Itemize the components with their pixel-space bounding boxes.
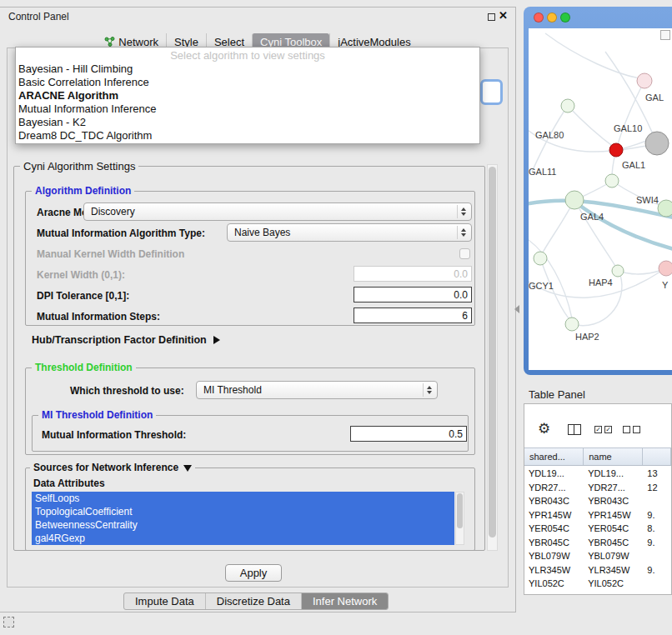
- manual-kernel-checkbox[interactable]: [459, 248, 470, 259]
- collapse-arrow-icon[interactable]: [183, 465, 192, 472]
- cell-shared-name: YBR043C: [524, 494, 584, 508]
- node-label: GAL10: [614, 123, 642, 133]
- gear-icon[interactable]: ⚙: [538, 422, 550, 436]
- mi-steps-field[interactable]: [354, 308, 472, 323]
- apply-button[interactable]: Apply: [225, 564, 282, 582]
- settings-scrollbar[interactable]: [487, 164, 498, 551]
- list-item-gal4rgexp[interactable]: gal4RGexp: [32, 532, 454, 545]
- settings-scrollbar-thumb[interactable]: [489, 167, 496, 538]
- minimized-panel-icon[interactable]: [3, 617, 14, 628]
- network-node-selected-red[interactable]: [609, 143, 623, 157]
- which-threshold-combo[interactable]: MI Threshold: [196, 381, 438, 399]
- splitter-collapse-arrow[interactable]: [514, 305, 519, 313]
- unchecked-box-icon: [633, 426, 640, 433]
- mi-type-label: Mutual Information Algorithm Type:: [37, 228, 205, 239]
- attribute-list-scrollbar-thumb[interactable]: [457, 493, 463, 528]
- table-row[interactable]: YDR27... YDR27... 12: [524, 481, 671, 495]
- manual-kernel-label: Manual Kernel Width Definition: [37, 248, 184, 260]
- aracne-mode-combo[interactable]: Discovery: [83, 202, 472, 221]
- network-node[interactable]: [565, 191, 584, 209]
- menu-item-bayesian-k2[interactable]: Bayesian - K2: [16, 116, 479, 129]
- table-row[interactable]: YDL19... YDL19... 13: [524, 467, 671, 481]
- network-node[interactable]: [637, 73, 652, 88]
- node-label: Y: [662, 280, 669, 290]
- list-item-betweennesscentrality[interactable]: BetweennessCentrality: [32, 518, 454, 532]
- mi-threshold-field[interactable]: [350, 426, 467, 442]
- column-header-shared-name[interactable]: shared...: [524, 448, 584, 465]
- combo-arrows-icon: [457, 226, 469, 239]
- menu-item-bayesian-hill-climbing[interactable]: Bayesian - Hill Climbing: [16, 62, 479, 76]
- sources-toggle[interactable]: Sources for Network Inference: [30, 462, 195, 473]
- kernel-width-field[interactable]: [354, 266, 472, 282]
- network-node[interactable]: [658, 200, 672, 217]
- network-node[interactable]: [561, 99, 574, 112]
- attribute-list: SelfLoops TopologicalCoefficient Between…: [32, 492, 454, 545]
- algorithm-dropdown-popup: Select algorithm to view settings Bayesi…: [15, 47, 480, 144]
- network-node[interactable]: [605, 174, 619, 188]
- cell-shared-name: YBR045C: [524, 536, 584, 550]
- close-traffic-light[interactable]: [534, 12, 544, 22]
- minimize-traffic-light[interactable]: [547, 12, 557, 22]
- network-node[interactable]: [612, 265, 624, 277]
- list-item-selfloops[interactable]: SelfLoops: [32, 492, 454, 505]
- hub-section-toggle[interactable]: Hub/Transcription Factor Definition: [32, 334, 220, 346]
- table-row[interactable]: YBL079W YBL079W: [524, 549, 671, 563]
- cell-value: 13: [643, 467, 671, 481]
- float-panel-icon[interactable]: [488, 13, 495, 21]
- cell-name: YIL052C: [584, 577, 643, 591]
- columns-icon[interactable]: [568, 424, 581, 435]
- deselect-all-columns-icon[interactable]: [623, 426, 640, 433]
- network-canvas[interactable]: GAL GAL80 GAL10 GAL11 GAL1 SWI4 GAL4 GCY…: [529, 28, 672, 370]
- tab-impute-data[interactable]: Impute Data: [124, 593, 205, 609]
- network-node[interactable]: [645, 132, 669, 155]
- cell-shared-name: YIL052C: [524, 577, 584, 591]
- table-row[interactable]: YIL052C YIL052C: [524, 577, 671, 591]
- menu-item-mutual-information[interactable]: Mutual Information Inference: [16, 102, 479, 116]
- algorithm-definition-title: Algorithm Definition: [32, 185, 134, 197]
- node-label: GCY1: [529, 281, 554, 291]
- table-panel-window: ⚙ ✓ ✓ shared... name YDL19... YDL19... 1…: [524, 403, 672, 595]
- network-node[interactable]: [565, 318, 579, 331]
- network-graph[interactable]: GAL GAL80 GAL10 GAL11 GAL1 SWI4 GAL4 GCY…: [529, 28, 672, 370]
- cell-shared-name: YPR145W: [524, 508, 584, 522]
- table-row[interactable]: YBR043C YBR043C: [524, 494, 671, 508]
- expand-arrow-icon[interactable]: [213, 336, 220, 344]
- menu-item-dream8[interactable]: Dream8 DC_TDC Algorithm: [16, 129, 479, 142]
- zoom-traffic-light[interactable]: [560, 12, 570, 22]
- column-header-name[interactable]: name: [584, 448, 643, 465]
- control-panel-window: Control Panel ✕ Network Style Select Cyn…: [0, 7, 516, 612]
- checked-box-icon: ✓: [604, 426, 612, 433]
- table-row[interactable]: YPR145W YPR145W 9.: [524, 508, 671, 522]
- node-label: HAP2: [575, 332, 599, 342]
- list-item-topologicalcoefficient[interactable]: TopologicalCoefficient: [32, 505, 454, 518]
- mi-type-value: Naive Bayes: [234, 227, 290, 238]
- node-label: GAL80: [535, 130, 564, 140]
- menu-item-basic-correlation[interactable]: Basic Correlation Inference: [16, 76, 479, 89]
- cell-value: [643, 494, 671, 508]
- tab-infer-network[interactable]: Infer Network: [301, 593, 388, 609]
- node-label: SWI4: [636, 195, 659, 205]
- checked-box-icon: ✓: [594, 426, 602, 433]
- cell-value: 9.: [643, 563, 671, 578]
- table-row[interactable]: YLR345W YLR345W 9.: [524, 563, 671, 578]
- mi-steps-label: Mutual Information Steps:: [37, 311, 160, 322]
- attribute-list-scrollbar[interactable]: [455, 492, 464, 545]
- menu-item-aracne[interactable]: ARACNE Algorithm: [16, 89, 479, 102]
- close-icon[interactable]: ✕: [499, 9, 508, 22]
- table-row[interactable]: YBR045C YBR045C 9.: [524, 536, 671, 550]
- dpi-tolerance-field[interactable]: [354, 287, 472, 302]
- network-node[interactable]: [659, 261, 672, 276]
- cell-value: 9.: [643, 536, 671, 550]
- cell-shared-name: YDR27...: [524, 481, 584, 495]
- column-header-cut[interactable]: [643, 448, 671, 465]
- window-title: Control Panel: [8, 11, 69, 22]
- select-all-columns-icon[interactable]: ✓ ✓: [594, 426, 612, 433]
- network-node[interactable]: [534, 252, 547, 265]
- hub-section-label: Hub/Transcription Factor Definition: [32, 334, 207, 346]
- aracne-mode-value: Discovery: [91, 206, 135, 218]
- algorithm-combo-focus-ring[interactable]: [480, 79, 503, 105]
- tab-discretize-data[interactable]: Discretize Data: [205, 593, 301, 609]
- table-row[interactable]: YER054C YER054C 8.: [524, 522, 671, 536]
- scrollbar-corner-box[interactable]: [660, 30, 670, 40]
- mi-type-combo[interactable]: Naive Bayes: [227, 223, 472, 242]
